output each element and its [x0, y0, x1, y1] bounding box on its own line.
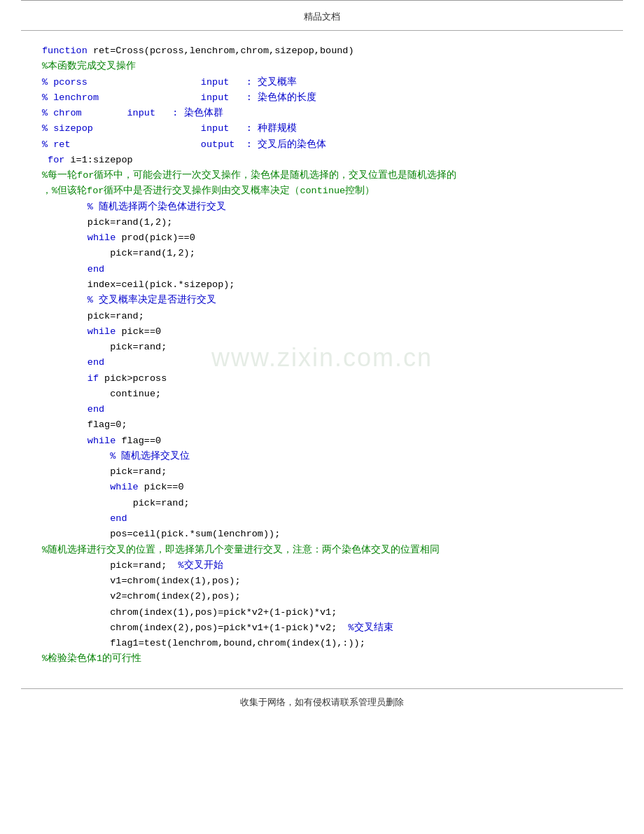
header-title: 精品文档	[304, 11, 340, 22]
code-line-4: % lenchrom input : 染色体的长度	[42, 90, 602, 106]
code-line-16: % 交叉概率决定是否进行交叉	[42, 293, 602, 308]
code-line-36: chrom(index(1),pos)=pick*v2+(1-pick)*v1;	[42, 605, 602, 620]
code-line-30: end	[42, 511, 602, 527]
code-line-6: % sizepop input : 种群规模	[42, 121, 602, 137]
code-line-18: while pick==0	[42, 324, 602, 340]
code-line-25: while flag==0	[42, 433, 602, 449]
code-line-3: % pcorss input : 交叉概率	[42, 75, 602, 90]
code-line-15: index=ceil(pick.*sizepop);	[42, 277, 602, 293]
code-line-21: if pick>pcross	[42, 371, 602, 387]
code-line-20: end	[42, 355, 602, 370]
code-line-11: pick=rand(1,2);	[42, 215, 602, 230]
code-line-27: pick=rand;	[42, 464, 602, 480]
code-line-9: %每一轮for循环中，可能会进行一次交叉操作，染色体是随机选择的，交叉位置也是随…	[42, 168, 602, 183]
page-footer: 收集于网络，如有侵权请联系管理员删除	[0, 689, 644, 716]
code-line-39: %检验染色体1的可行性	[42, 651, 602, 667]
code-line-12: while prod(pick)==0	[42, 230, 602, 246]
code-line-33: pick=rand; %交叉开始	[42, 558, 602, 574]
page-header: 精品文档	[0, 5, 644, 30]
page-border-top	[21, 0, 623, 5]
code-line-22: continue;	[42, 387, 602, 402]
code-line-24: flag=0;	[42, 417, 602, 433]
code-line-9b: ，%但该轮for循环中是否进行交叉操作则由交叉概率决定（continue控制）	[42, 183, 602, 199]
code-line-37: chrom(index(2),pos)=pick*v1+(1-pick)*v2;…	[42, 620, 602, 636]
code-line-31: pos=ceil(pick.*sum(lenchrom));	[42, 527, 602, 542]
code-line-23: end	[42, 402, 602, 417]
code-line-35: v2=chrom(index(2),pos);	[42, 589, 602, 604]
code-line-5: % chrom input : 染色体群	[42, 106, 602, 121]
code-line-1: function ret=Cross(pcross,lenchrom,chrom…	[42, 43, 602, 59]
code-line-13: pick=rand(1,2);	[42, 246, 602, 261]
code-line-26: % 随机选择交叉位	[42, 449, 602, 464]
code-line-29: pick=rand;	[42, 496, 602, 511]
code-line-2: %本函数完成交叉操作	[42, 59, 602, 74]
code-line-7: % ret output : 交叉后的染色体	[42, 137, 602, 153]
code-block: function ret=Cross(pcross,lenchrom,chrom…	[0, 43, 644, 667]
code-line-8: for i=1:sizepop	[42, 153, 602, 168]
header-divider	[21, 30, 623, 31]
code-line-14: end	[42, 262, 602, 277]
code-line-19: pick=rand;	[42, 340, 602, 355]
code-line-10: % 随机选择两个染色体进行交叉	[42, 200, 602, 215]
code-line-28: while pick==0	[42, 480, 602, 495]
code-line-38: flag1=test(lenchrom,bound,chrom(index(1)…	[42, 636, 602, 651]
code-line-32: %随机选择进行交叉的位置，即选择第几个变量进行交叉，注意：两个染色体交叉的位置相…	[42, 543, 602, 558]
code-line-34: v1=chrom(index(1),pos);	[42, 574, 602, 589]
footer-text: 收集于网络，如有侵权请联系管理员删除	[240, 697, 404, 707]
code-line-17: pick=rand;	[42, 309, 602, 324]
